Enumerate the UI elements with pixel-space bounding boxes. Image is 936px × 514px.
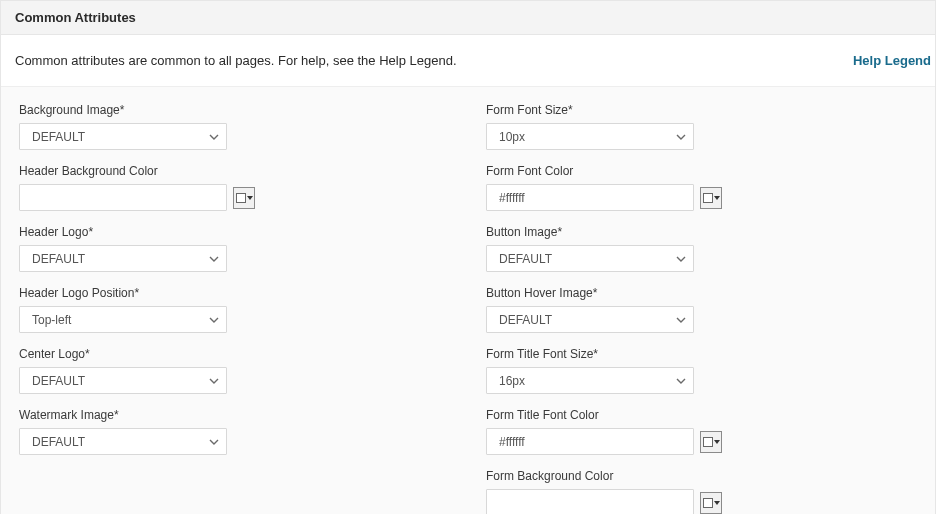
caret-down-icon <box>714 440 720 444</box>
field-header-logo-pos: Header Logo Position* <box>19 286 450 333</box>
label-button-hover-image: Button Hover Image* <box>486 286 917 300</box>
select-background-image-value[interactable] <box>19 123 227 150</box>
label-form-title-font-size: Form Title Font Size* <box>486 347 917 361</box>
field-form-title-font-size: Form Title Font Size* <box>486 347 917 394</box>
select-button-image-value[interactable] <box>486 245 694 272</box>
right-column: Form Font Size* Form Font Color Butto <box>478 103 925 514</box>
common-attributes-panel: Common Attributes Common attributes are … <box>0 0 936 514</box>
field-center-logo: Center Logo* <box>19 347 450 394</box>
select-background-image[interactable] <box>19 123 227 150</box>
input-header-bg-color[interactable] <box>19 184 227 211</box>
select-form-font-size[interactable] <box>486 123 694 150</box>
label-form-font-color: Form Font Color <box>486 164 917 178</box>
label-watermark-image: Watermark Image* <box>19 408 450 422</box>
caret-down-icon <box>714 501 720 505</box>
select-button-hover-image[interactable] <box>486 306 694 333</box>
select-center-logo-value[interactable] <box>19 367 227 394</box>
input-form-font-color[interactable] <box>486 184 694 211</box>
color-swatch-icon <box>703 193 713 203</box>
field-header-bg-color: Header Background Color <box>19 164 450 211</box>
label-form-title-font-color: Form Title Font Color <box>486 408 917 422</box>
select-watermark-image-value[interactable] <box>19 428 227 455</box>
field-form-title-font-color: Form Title Font Color <box>486 408 917 455</box>
select-center-logo[interactable] <box>19 367 227 394</box>
color-picker-form-font[interactable] <box>700 187 722 209</box>
color-picker-form-bg[interactable] <box>700 492 722 514</box>
color-picker-header-bg[interactable] <box>233 187 255 209</box>
field-button-hover-image: Button Hover Image* <box>486 286 917 333</box>
field-button-image: Button Image* <box>486 225 917 272</box>
color-swatch-icon <box>703 437 713 447</box>
field-watermark-image: Watermark Image* <box>19 408 450 455</box>
select-header-logo-value[interactable] <box>19 245 227 272</box>
field-form-bg-color: Form Background Color <box>486 469 917 514</box>
select-form-title-font-size[interactable] <box>486 367 694 394</box>
select-button-hover-image-value[interactable] <box>486 306 694 333</box>
field-form-font-size: Form Font Size* <box>486 103 917 150</box>
left-column: Background Image* Header Background Colo… <box>11 103 458 514</box>
select-header-logo[interactable] <box>19 245 227 272</box>
input-form-bg-color[interactable] <box>486 489 694 514</box>
label-form-bg-color: Form Background Color <box>486 469 917 483</box>
select-header-logo-pos[interactable] <box>19 306 227 333</box>
select-form-font-size-value[interactable] <box>486 123 694 150</box>
caret-down-icon <box>714 196 720 200</box>
form-area: Background Image* Header Background Colo… <box>1 86 935 514</box>
field-form-font-color: Form Font Color <box>486 164 917 211</box>
color-swatch-icon <box>703 498 713 508</box>
help-row: Common attributes are common to all page… <box>1 35 935 86</box>
label-header-logo-pos: Header Logo Position* <box>19 286 450 300</box>
select-header-logo-pos-value[interactable] <box>19 306 227 333</box>
label-button-image: Button Image* <box>486 225 917 239</box>
caret-down-icon <box>247 196 253 200</box>
input-form-title-font-color[interactable] <box>486 428 694 455</box>
label-background-image: Background Image* <box>19 103 450 117</box>
help-legend-link[interactable]: Help Legend <box>853 53 933 68</box>
label-center-logo: Center Logo* <box>19 347 450 361</box>
label-header-logo: Header Logo* <box>19 225 450 239</box>
select-form-title-font-size-value[interactable] <box>486 367 694 394</box>
field-background-image: Background Image* <box>19 103 450 150</box>
help-description: Common attributes are common to all page… <box>15 53 457 68</box>
label-form-font-size: Form Font Size* <box>486 103 917 117</box>
panel-title: Common Attributes <box>1 1 935 35</box>
color-swatch-icon <box>236 193 246 203</box>
field-header-logo: Header Logo* <box>19 225 450 272</box>
select-button-image[interactable] <box>486 245 694 272</box>
color-picker-form-title-font[interactable] <box>700 431 722 453</box>
label-header-bg-color: Header Background Color <box>19 164 450 178</box>
select-watermark-image[interactable] <box>19 428 227 455</box>
